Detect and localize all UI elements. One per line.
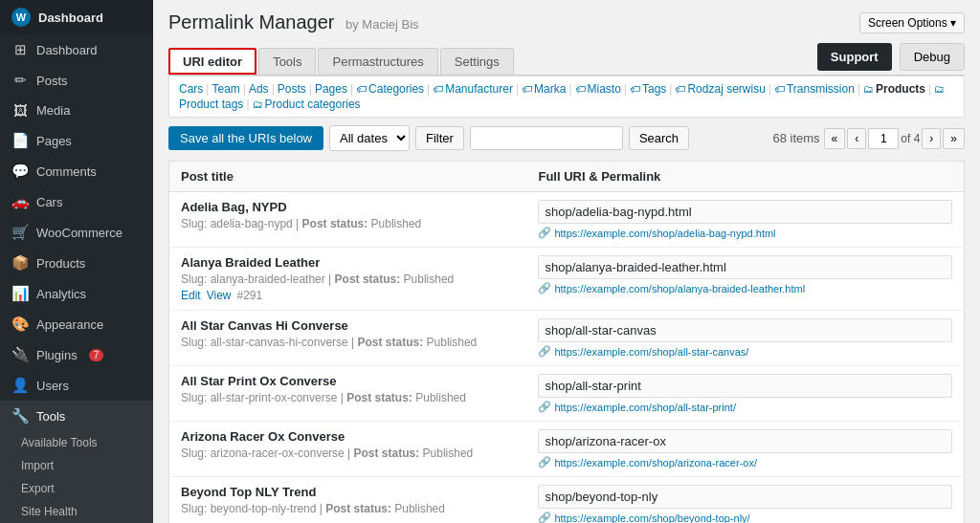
- products-icon: 📦: [11, 254, 29, 272]
- uri-full-link[interactable]: https://example.com/shop/beyond-top-nly/: [554, 512, 749, 524]
- wp-logo-icon: W: [11, 8, 31, 27]
- debug-button[interactable]: Debug: [900, 43, 965, 71]
- col-post-title: Post title: [169, 162, 527, 192]
- subnav-item-product-categories[interactable]: Product categories: [265, 98, 361, 111]
- save-all-button[interactable]: Save all the URIs below: [168, 126, 323, 150]
- uri-input[interactable]: [538, 429, 952, 453]
- tab-tools[interactable]: Tools: [258, 48, 316, 75]
- support-button[interactable]: Support: [817, 43, 892, 71]
- table-row: Beyond Top NLY TrendSlug: beyond-top-nly…: [169, 477, 965, 524]
- sidebar-item-users[interactable]: 👤 Users: [0, 370, 153, 401]
- search-button[interactable]: Search: [629, 126, 689, 150]
- sidebar-item-available-tools[interactable]: Available Tools: [0, 431, 153, 454]
- uri-link: 🔗https://example.com/shop/alanya-braided…: [538, 282, 952, 294]
- subnav-item-miasto[interactable]: Miasto: [588, 82, 621, 96]
- sidebar-item-cars[interactable]: 🚗 Cars: [0, 186, 153, 217]
- import-label: Import: [21, 459, 54, 472]
- sidebar-item-plugins[interactable]: 🔌 Plugins 7: [0, 339, 153, 370]
- sidebar-item-products[interactable]: 📦 Products: [0, 248, 153, 278]
- tools-submenu: Available Tools Import Export Site Healt…: [0, 431, 153, 523]
- screen-options-button[interactable]: Screen Options ▾: [859, 12, 965, 33]
- sidebar-item-pages[interactable]: 📄 Pages: [0, 125, 153, 156]
- sidebar-item-woocommerce[interactable]: 🛒 WooCommerce: [0, 217, 153, 248]
- post-title-text: All Star Print Ox Converse: [181, 374, 515, 388]
- sidebar-item-import[interactable]: Import: [0, 454, 153, 477]
- subnav-item-pages[interactable]: Pages: [315, 82, 347, 96]
- uri-input[interactable]: [538, 318, 952, 342]
- uri-input[interactable]: [538, 200, 952, 224]
- subnav-item-transmission[interactable]: Transmission: [787, 82, 855, 96]
- uri-table: Post title Full URI & Permalink Adelia B…: [168, 161, 965, 523]
- post-slug-text: Slug: all-star-print-ox-converse | Post …: [181, 391, 515, 404]
- sidebar-item-label: Analytics: [36, 287, 86, 301]
- uri-full-link[interactable]: https://example.com/shop/alanya-braided-…: [554, 283, 805, 294]
- sidebar-logo[interactable]: W Dashboard: [0, 0, 153, 34]
- filter-button[interactable]: Filter: [415, 126, 464, 150]
- link-icon: 🔗: [538, 512, 551, 523]
- tags-tag-icon: 🏷: [630, 83, 640, 95]
- uri-cell: 🔗https://example.com/shop/alanya-braided…: [526, 248, 964, 311]
- page-subtitle: by Maciej Bis: [345, 17, 419, 32]
- subnav: Cars| Team| Ads| Posts| Pages| 🏷Categori…: [168, 76, 965, 118]
- uri-cell: 🔗https://example.com/shop/all-star-canva…: [526, 311, 964, 366]
- sidebar-item-site-health[interactable]: Site Health: [0, 500, 153, 523]
- post-action-link[interactable]: View: [207, 289, 232, 302]
- subnav-item-cars[interactable]: Cars: [179, 82, 203, 96]
- tab-uri-editor[interactable]: URI editor: [168, 48, 256, 75]
- uri-input[interactable]: [538, 255, 952, 279]
- uri-full-link[interactable]: https://example.com/shop/all-star-print/: [554, 402, 736, 413]
- post-slug-text: Slug: arizona-racer-ox-converse | Post s…: [181, 447, 515, 460]
- search-input[interactable]: [470, 126, 623, 150]
- sidebar-item-dashboard[interactable]: ⊞ Dashboard: [0, 34, 153, 65]
- sidebar-logo-label: Dashboard: [38, 11, 103, 25]
- subnav-item-manufacturer[interactable]: Manufacturer: [445, 82, 513, 96]
- last-page-button[interactable]: »: [943, 128, 965, 149]
- date-filter-select[interactable]: All dates: [329, 125, 410, 151]
- uri-full-link[interactable]: https://example.com/shop/all-star-canvas…: [554, 346, 748, 358]
- tab-permastructures[interactable]: Permastructures: [318, 48, 437, 75]
- subnav-item-team[interactable]: Team: [212, 82, 239, 96]
- subnav-item-product-tags[interactable]: Product tags: [179, 98, 243, 111]
- page-total-label: of 4: [901, 132, 920, 145]
- plugins-icon: 🔌: [11, 346, 29, 363]
- sidebar: W Dashboard ⊞ Dashboard ✏ Posts 🖼 Media …: [0, 0, 153, 523]
- uri-link: 🔗https://example.com/shop/beyond-top-nly…: [538, 512, 952, 523]
- post-action-link[interactable]: Edit: [181, 289, 201, 302]
- sidebar-item-tools[interactable]: 🔧 Tools: [0, 401, 153, 431]
- tab-settings[interactable]: Settings: [440, 48, 514, 75]
- next-page-button[interactable]: ›: [922, 128, 941, 149]
- uri-input[interactable]: [538, 485, 952, 509]
- sidebar-item-appearance[interactable]: 🎨 Appearance: [0, 309, 153, 339]
- items-count: 68 items « ‹ of 4 › »: [772, 128, 965, 149]
- table-row: All Star Print Ox ConverseSlug: all-star…: [169, 366, 965, 422]
- prev-page-button[interactable]: ‹: [847, 128, 866, 149]
- sidebar-item-export[interactable]: Export: [0, 477, 153, 500]
- subnav-item-products[interactable]: Products: [876, 82, 925, 96]
- sidebar-item-label: Cars: [36, 195, 62, 209]
- post-title-cell: All Star Print Ox ConverseSlug: all-star…: [169, 366, 527, 422]
- top-bar: Permalink Manager by Maciej Bis Screen O…: [168, 11, 965, 33]
- table-row: Arizona Racer Ox ConverseSlug: arizona-r…: [169, 422, 965, 477]
- uri-input[interactable]: [538, 374, 952, 398]
- tabs-container: URI editor Tools Permastructures Setting…: [168, 43, 965, 76]
- first-page-button[interactable]: «: [824, 128, 846, 149]
- post-slug-text: Slug: adelia-bag-nypd | Post status: Pub…: [181, 217, 515, 230]
- subnav-item-marka[interactable]: Marka: [534, 82, 566, 96]
- subnav-item-categories[interactable]: Categories: [368, 82, 424, 96]
- subnav-item-rodzaj[interactable]: Rodzaj serwisu: [687, 82, 765, 96]
- uri-full-link[interactable]: https://example.com/shop/adelia-bag-nypd…: [554, 228, 775, 239]
- sidebar-item-comments[interactable]: 💬 Comments: [0, 156, 153, 186]
- page-input[interactable]: [868, 128, 899, 149]
- sidebar-item-media[interactable]: 🖼 Media: [0, 96, 153, 125]
- subnav-item-ads[interactable]: Ads: [249, 82, 269, 96]
- manufacturer-tag-icon: 🏷: [433, 83, 443, 95]
- uri-cell: 🔗https://example.com/shop/beyond-top-nly…: [526, 477, 964, 524]
- post-id: #291: [236, 289, 262, 302]
- appearance-icon: 🎨: [11, 316, 29, 333]
- uri-full-link[interactable]: https://example.com/shop/arizona-racer-o…: [554, 457, 757, 469]
- product-tags-icon: 🗂: [934, 83, 945, 95]
- subnav-item-posts[interactable]: Posts: [278, 82, 306, 96]
- sidebar-item-posts[interactable]: ✏ Posts: [0, 65, 153, 96]
- subnav-item-tags[interactable]: Tags: [642, 82, 666, 96]
- sidebar-item-analytics[interactable]: 📊 Analytics: [0, 278, 153, 309]
